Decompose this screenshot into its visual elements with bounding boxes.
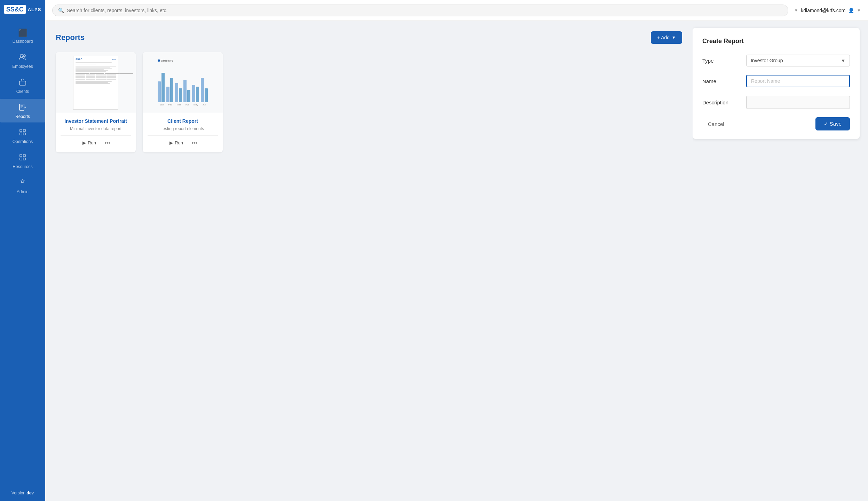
chart-bar-mar-2 xyxy=(179,88,182,102)
run-label-client: Run xyxy=(175,140,183,145)
clients-icon xyxy=(19,79,26,87)
user-caret-icon: ▼ xyxy=(857,8,861,13)
sidebar-item-dashboard[interactable]: ⬛ Dashboard xyxy=(0,24,45,47)
admin-icon xyxy=(19,179,26,187)
user-section[interactable]: ▼ kdiamond@krfs.com 👤 ▼ xyxy=(794,8,861,13)
card-subtitle-investor: Minimal investor data report xyxy=(61,126,131,131)
type-select-chevron-icon: ▼ xyxy=(841,58,845,63)
chart-label-jul: Jul xyxy=(203,103,206,106)
chart-legend-dot xyxy=(158,59,160,62)
doc-preview: SS&C ALPS xyxy=(73,56,118,110)
chart-label-may: May xyxy=(194,103,198,106)
card-body-investor: Investor Statement Portrait Minimal inve… xyxy=(56,113,136,152)
description-input[interactable] xyxy=(746,96,850,109)
user-avatar-icon: 👤 xyxy=(848,8,854,13)
type-label: Type xyxy=(702,58,741,64)
svg-point-0 xyxy=(20,54,23,57)
logo-alps-label: ALPS xyxy=(28,7,41,12)
chart-label-mar: Mar xyxy=(177,103,181,106)
chart-bars xyxy=(158,64,208,102)
chart-bar-apr-2 xyxy=(187,90,190,102)
chart-bar-may-1 xyxy=(192,85,195,102)
card-subtitle-client: testing report elements xyxy=(148,126,218,131)
card-body-client: Client Report testing report elements ▶ … xyxy=(143,113,223,152)
card-actions-investor: ▶ Run ••• xyxy=(61,135,131,149)
sidebar-item-operations[interactable]: Operations xyxy=(0,124,45,148)
svg-rect-8 xyxy=(20,154,22,157)
header: 🔍 ▼ kdiamond@krfs.com 👤 ▼ xyxy=(45,0,868,21)
operations-icon xyxy=(19,129,26,137)
create-report-title: Create Report xyxy=(702,38,850,45)
name-input[interactable] xyxy=(746,75,850,87)
run-play-icon: ▶ xyxy=(82,140,86,145)
add-button[interactable]: + Add ▼ xyxy=(651,31,682,44)
chart-label-row: Jan Feb Mar Apr May Jul xyxy=(158,103,208,106)
description-label: Description xyxy=(702,100,741,105)
search-icon: 🔍 xyxy=(58,8,64,13)
svg-point-1 xyxy=(23,55,25,57)
page-title: Reports xyxy=(56,33,85,42)
svg-rect-11 xyxy=(23,158,25,160)
chart-bar-mar-1 xyxy=(175,83,178,102)
run-button-client[interactable]: ▶ Run xyxy=(167,139,186,147)
search-input[interactable] xyxy=(67,8,782,13)
chart-bar-may-2 xyxy=(196,87,199,102)
sidebar-operations-label: Operations xyxy=(13,139,33,144)
card-thumbnail-investor: SS&C ALPS xyxy=(56,52,136,113)
sidebar-item-reports[interactable]: Reports xyxy=(0,99,45,122)
report-card-investor-statement[interactable]: SS&C ALPS xyxy=(56,52,136,152)
main-area: 🔍 ▼ kdiamond@krfs.com 👤 ▼ Reports + Add … xyxy=(45,0,868,501)
sidebar-dashboard-label: Dashboard xyxy=(13,39,33,44)
panel-column: Create Report Type Investor Group ▼ Name xyxy=(693,21,868,501)
sidebar-resources-label: Resources xyxy=(13,164,32,169)
sidebar-item-employees[interactable]: Employees xyxy=(0,49,45,72)
chart-bar-group-feb xyxy=(166,78,173,102)
create-report-panel: Create Report Type Investor Group ▼ Name xyxy=(693,28,860,139)
chart-bar-group-mar xyxy=(175,83,182,102)
sidebar-employees-label: Employees xyxy=(12,64,33,69)
chart-bar-jan-2 xyxy=(161,73,165,102)
panel-actions: Cancel ✓ Save xyxy=(702,117,850,130)
card-actions-client: ▶ Run ••• xyxy=(148,135,218,149)
more-button-investor[interactable]: ••• xyxy=(103,138,112,148)
version-info: Version dev xyxy=(11,486,34,501)
chart-label-jan: Jan xyxy=(160,103,164,106)
sidebar-item-clients[interactable]: Clients xyxy=(0,74,45,97)
main-content-area: Reports + Add ▼ SS&C ALPS xyxy=(45,21,868,501)
type-select-value: Investor Group xyxy=(751,58,839,63)
save-button[interactable]: ✓ Save xyxy=(815,117,850,130)
chart-legend: Dataset #1 xyxy=(158,59,173,62)
description-input-wrapper xyxy=(746,96,850,109)
chart-label-apr: Apr xyxy=(185,103,189,106)
search-wrapper[interactable]: 🔍 xyxy=(52,5,788,16)
report-card-client[interactable]: Dataset #1 xyxy=(143,52,223,152)
run-button-investor[interactable]: ▶ Run xyxy=(80,139,99,147)
run-play-icon-client: ▶ xyxy=(169,140,173,145)
employees-icon xyxy=(19,54,26,62)
more-button-client[interactable]: ••• xyxy=(190,138,199,148)
svg-rect-10 xyxy=(20,158,22,160)
cards-column: Reports + Add ▼ SS&C ALPS xyxy=(45,21,693,501)
chart-bar-apr-1 xyxy=(183,80,187,102)
form-row-type: Type Investor Group ▼ xyxy=(702,55,850,66)
cancel-button[interactable]: Cancel xyxy=(702,118,730,130)
chart-bar-group-may xyxy=(192,85,199,102)
user-email: kdiamond@krfs.com xyxy=(801,8,845,13)
sidebar-item-resources[interactable]: Resources xyxy=(0,149,45,173)
chart-bar-jul-1 xyxy=(201,78,204,102)
chart-bar-jan-1 xyxy=(158,81,161,102)
sidebar-item-admin[interactable]: Admin xyxy=(0,174,45,198)
svg-rect-2 xyxy=(19,81,26,85)
dashboard-icon: ⬛ xyxy=(18,29,27,37)
chart-preview: Dataset #1 xyxy=(155,56,211,110)
sidebar-logo: SS&C ALPS xyxy=(0,0,45,17)
card-thumbnail-client: Dataset #1 xyxy=(143,52,223,113)
chart-label-feb: Feb xyxy=(168,103,172,106)
sidebar-reports-label: Reports xyxy=(15,114,30,119)
reports-icon xyxy=(19,104,26,112)
type-select-wrapper[interactable]: Investor Group ▼ xyxy=(746,55,850,66)
sidebar-nav: ⬛ Dashboard Employees Clients xyxy=(0,17,45,486)
chart-bar-group-jul xyxy=(201,78,208,102)
svg-rect-6 xyxy=(20,133,22,135)
name-label: Name xyxy=(702,78,741,84)
